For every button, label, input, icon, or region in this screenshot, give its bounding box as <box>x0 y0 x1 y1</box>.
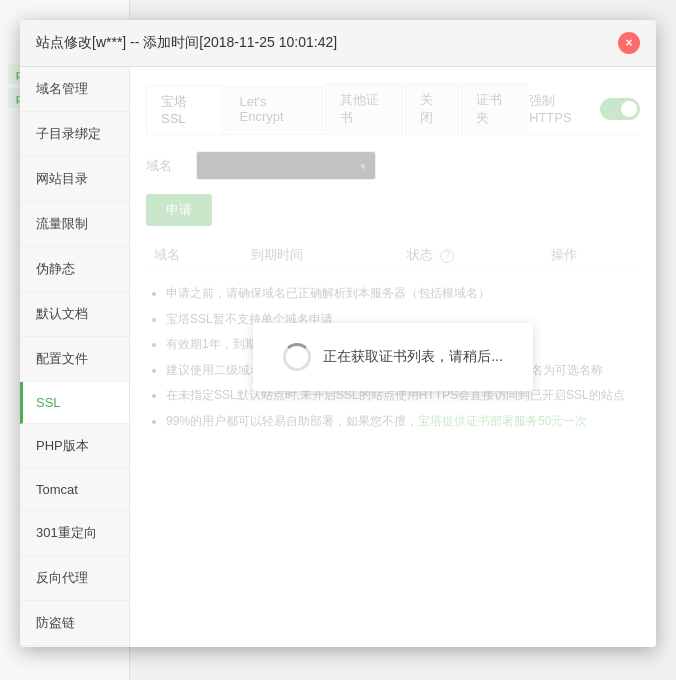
sidebar-item-traffic-limit[interactable]: 流量限制 <box>20 202 129 247</box>
sidebar-item-hotlink[interactable]: 防盗链 <box>20 601 129 646</box>
sidebar-item-site-dir[interactable]: 网站目录 <box>20 157 129 202</box>
loading-box: 正在获取证书列表，请稍后... <box>253 323 533 391</box>
sidebar-item-default-doc[interactable]: 默认文档 <box>20 292 129 337</box>
sidebar-item-config-file[interactable]: 配置文件 <box>20 337 129 382</box>
sidebar-item-domain-mgmt[interactable]: 域名管理 <box>20 67 129 112</box>
loading-text: 正在获取证书列表，请稍后... <box>323 348 503 366</box>
sidebar-item-ssl[interactable]: SSL <box>20 382 129 424</box>
loading-overlay: 正在获取证书列表，请稍后... <box>130 67 656 647</box>
main-dialog: 站点修改[w***] -- 添加时间[2018-11-25 10:01:42] … <box>20 20 656 647</box>
dialog-body: 域名管理 子目录绑定 网站目录 流量限制 伪静态 默认文档 配置文件 SSL <box>20 67 656 647</box>
sidebar-item-subdir[interactable]: 子目录绑定 <box>20 112 129 157</box>
close-button[interactable]: × <box>618 32 640 54</box>
sidebar-item-pseudo-static[interactable]: 伪静态 <box>20 247 129 292</box>
sidebar-item-access-log[interactable]: 响应日志 <box>20 646 129 647</box>
loading-spinner <box>283 343 311 371</box>
sidebar-item-reverse-proxy[interactable]: 反向代理 <box>20 556 129 601</box>
dialog-sidebar: 域名管理 子目录绑定 网站目录 流量限制 伪静态 默认文档 配置文件 SSL <box>20 67 130 647</box>
sidebar-item-redirect-301[interactable]: 301重定向 <box>20 511 129 556</box>
dialog-main-panel: 宝塔SSL Let's Encrypt 其他证书 关闭 证书夹 强制HTTPS … <box>130 67 656 647</box>
sidebar-item-tomcat[interactable]: Tomcat <box>20 469 129 511</box>
dialog-title: 站点修改[w***] -- 添加时间[2018-11-25 10:01:42] <box>36 34 337 52</box>
sidebar-item-php-version[interactable]: PHP版本 <box>20 424 129 469</box>
dialog-header: 站点修改[w***] -- 添加时间[2018-11-25 10:01:42] … <box>20 20 656 67</box>
